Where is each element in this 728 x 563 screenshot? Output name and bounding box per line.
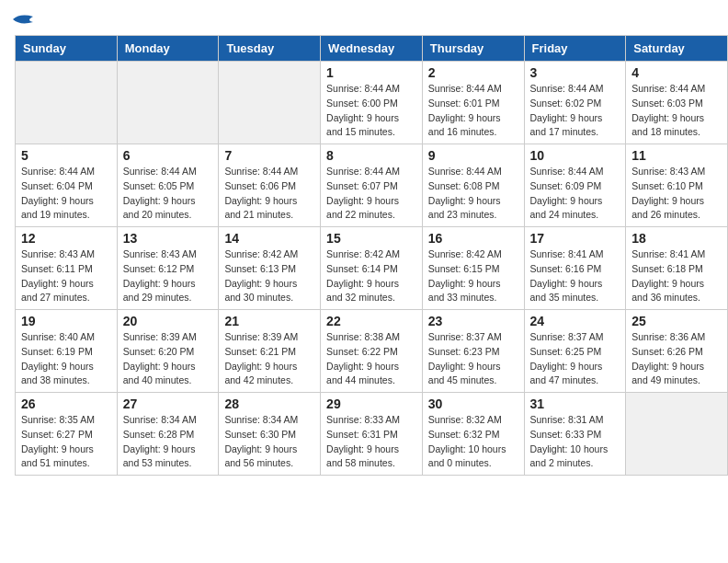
day-info: Sunrise: 8:44 AM Sunset: 6:05 PM Dayligh… [123, 165, 213, 223]
weekday-header-monday: Monday [117, 36, 219, 62]
calendar-row: 12Sunrise: 8:43 AM Sunset: 6:11 PM Dayli… [16, 227, 728, 310]
day-number: 9 [428, 148, 518, 163]
day-info: Sunrise: 8:44 AM Sunset: 6:04 PM Dayligh… [21, 165, 111, 223]
day-info: Sunrise: 8:43 AM Sunset: 6:10 PM Dayligh… [631, 165, 722, 223]
calendar-cell: 9Sunrise: 8:44 AM Sunset: 6:08 PM Daylig… [422, 144, 524, 227]
weekday-header-wednesday: Wednesday [321, 36, 423, 62]
calendar-cell: 1Sunrise: 8:44 AM Sunset: 6:00 PM Daylig… [321, 62, 423, 144]
day-info: Sunrise: 8:34 AM Sunset: 6:30 PM Dayligh… [224, 413, 314, 471]
calendar-cell: 31Sunrise: 8:31 AM Sunset: 6:33 PM Dayli… [524, 393, 626, 476]
calendar-cell: 3Sunrise: 8:44 AM Sunset: 6:02 PM Daylig… [524, 62, 626, 144]
day-info: Sunrise: 8:35 AM Sunset: 6:27 PM Dayligh… [21, 413, 111, 471]
day-info: Sunrise: 8:43 AM Sunset: 6:11 PM Dayligh… [21, 247, 111, 305]
calendar-cell [117, 62, 219, 144]
day-number: 29 [326, 396, 416, 411]
day-info: Sunrise: 8:40 AM Sunset: 6:19 PM Dayligh… [21, 330, 111, 388]
calendar-cell: 30Sunrise: 8:32 AM Sunset: 6:32 PM Dayli… [422, 393, 524, 476]
calendar-cell: 6Sunrise: 8:44 AM Sunset: 6:05 PM Daylig… [117, 144, 219, 227]
calendar-cell: 7Sunrise: 8:44 AM Sunset: 6:06 PM Daylig… [219, 144, 321, 227]
weekday-header-friday: Friday [524, 36, 626, 62]
day-number: 5 [21, 148, 111, 163]
day-info: Sunrise: 8:42 AM Sunset: 6:15 PM Dayligh… [428, 247, 518, 305]
calendar-cell: 14Sunrise: 8:42 AM Sunset: 6:13 PM Dayli… [219, 227, 321, 310]
day-number: 19 [21, 314, 111, 328]
day-number: 17 [530, 231, 620, 246]
calendar-cell: 20Sunrise: 8:39 AM Sunset: 6:20 PM Dayli… [117, 310, 219, 393]
day-info: Sunrise: 8:44 AM Sunset: 6:01 PM Dayligh… [428, 82, 518, 140]
calendar-cell: 26Sunrise: 8:35 AM Sunset: 6:27 PM Dayli… [16, 393, 118, 476]
calendar-row: 1Sunrise: 8:44 AM Sunset: 6:00 PM Daylig… [16, 62, 728, 144]
day-info: Sunrise: 8:44 AM Sunset: 6:02 PM Dayligh… [530, 82, 620, 140]
day-number: 7 [224, 148, 314, 163]
calendar-cell: 23Sunrise: 8:37 AM Sunset: 6:23 PM Dayli… [422, 310, 524, 393]
day-number: 25 [631, 314, 722, 328]
day-number: 10 [530, 148, 620, 163]
calendar-cell: 19Sunrise: 8:40 AM Sunset: 6:19 PM Dayli… [16, 310, 118, 393]
calendar-cell: 24Sunrise: 8:37 AM Sunset: 6:25 PM Dayli… [524, 310, 626, 393]
calendar-cell: 11Sunrise: 8:43 AM Sunset: 6:10 PM Dayli… [626, 144, 728, 227]
day-number: 8 [326, 148, 416, 163]
calendar-cell: 27Sunrise: 8:34 AM Sunset: 6:28 PM Dayli… [117, 393, 219, 476]
day-info: Sunrise: 8:31 AM Sunset: 6:33 PM Dayligh… [530, 413, 620, 471]
weekday-header-thursday: Thursday [422, 36, 524, 62]
calendar-cell: 17Sunrise: 8:41 AM Sunset: 6:16 PM Dayli… [524, 227, 626, 310]
calendar-cell [16, 62, 118, 144]
day-number: 31 [530, 396, 620, 411]
day-number: 16 [428, 231, 518, 246]
day-number: 11 [631, 148, 722, 163]
calendar-row: 5Sunrise: 8:44 AM Sunset: 6:04 PM Daylig… [16, 144, 728, 227]
day-number: 4 [631, 65, 722, 80]
day-info: Sunrise: 8:36 AM Sunset: 6:26 PM Dayligh… [631, 330, 722, 388]
day-info: Sunrise: 8:44 AM Sunset: 6:06 PM Dayligh… [224, 165, 314, 223]
day-number: 28 [224, 396, 314, 411]
day-info: Sunrise: 8:37 AM Sunset: 6:25 PM Dayligh… [530, 330, 620, 388]
day-number: 24 [530, 314, 620, 328]
day-info: Sunrise: 8:44 AM Sunset: 6:08 PM Dayligh… [428, 165, 518, 223]
calendar-cell: 25Sunrise: 8:36 AM Sunset: 6:26 PM Dayli… [626, 310, 728, 393]
calendar-cell: 5Sunrise: 8:44 AM Sunset: 6:04 PM Daylig… [16, 144, 118, 227]
day-number: 30 [428, 396, 518, 411]
day-info: Sunrise: 8:34 AM Sunset: 6:28 PM Dayligh… [123, 413, 213, 471]
day-info: Sunrise: 8:37 AM Sunset: 6:23 PM Dayligh… [428, 330, 518, 388]
day-number: 21 [224, 314, 314, 328]
day-number: 12 [21, 231, 111, 246]
day-number: 27 [123, 396, 213, 411]
calendar-cell: 8Sunrise: 8:44 AM Sunset: 6:07 PM Daylig… [321, 144, 423, 227]
day-number: 14 [224, 231, 314, 246]
calendar-cell: 21Sunrise: 8:39 AM Sunset: 6:21 PM Dayli… [219, 310, 321, 393]
calendar-cell: 10Sunrise: 8:44 AM Sunset: 6:09 PM Dayli… [524, 144, 626, 227]
calendar-cell: 22Sunrise: 8:38 AM Sunset: 6:22 PM Dayli… [321, 310, 423, 393]
calendar-cell: 2Sunrise: 8:44 AM Sunset: 6:01 PM Daylig… [422, 62, 524, 144]
day-info: Sunrise: 8:43 AM Sunset: 6:12 PM Dayligh… [123, 247, 213, 305]
day-info: Sunrise: 8:39 AM Sunset: 6:21 PM Dayligh… [224, 330, 314, 388]
day-info: Sunrise: 8:44 AM Sunset: 6:00 PM Dayligh… [326, 82, 416, 140]
day-number: 13 [123, 231, 213, 246]
calendar-cell: 15Sunrise: 8:42 AM Sunset: 6:14 PM Dayli… [321, 227, 423, 310]
day-info: Sunrise: 8:42 AM Sunset: 6:13 PM Dayligh… [224, 247, 314, 305]
day-info: Sunrise: 8:39 AM Sunset: 6:20 PM Dayligh… [123, 330, 213, 388]
calendar-cell: 29Sunrise: 8:33 AM Sunset: 6:31 PM Dayli… [321, 393, 423, 476]
day-number: 20 [123, 314, 213, 328]
logo [11, 9, 33, 29]
day-info: Sunrise: 8:44 AM Sunset: 6:07 PM Dayligh… [326, 165, 416, 223]
calendar-row: 19Sunrise: 8:40 AM Sunset: 6:19 PM Dayli… [16, 310, 728, 393]
day-info: Sunrise: 8:33 AM Sunset: 6:31 PM Dayligh… [326, 413, 416, 471]
calendar-cell: 16Sunrise: 8:42 AM Sunset: 6:15 PM Dayli… [422, 227, 524, 310]
day-info: Sunrise: 8:32 AM Sunset: 6:32 PM Dayligh… [428, 413, 518, 471]
calendar-cell: 12Sunrise: 8:43 AM Sunset: 6:11 PM Dayli… [16, 227, 118, 310]
calendar-cell: 4Sunrise: 8:44 AM Sunset: 6:03 PM Daylig… [626, 62, 728, 144]
day-number: 18 [631, 231, 722, 246]
calendar-cell [219, 62, 321, 144]
calendar-cell [626, 393, 728, 476]
day-number: 22 [326, 314, 416, 328]
day-number: 2 [428, 65, 518, 80]
weekday-header-saturday: Saturday [626, 36, 728, 62]
day-number: 26 [21, 396, 111, 411]
day-number: 3 [530, 65, 620, 80]
day-info: Sunrise: 8:42 AM Sunset: 6:14 PM Dayligh… [326, 247, 416, 305]
day-number: 15 [326, 231, 416, 246]
weekday-header-sunday: Sunday [16, 36, 118, 62]
day-info: Sunrise: 8:41 AM Sunset: 6:18 PM Dayligh… [631, 247, 722, 305]
day-info: Sunrise: 8:44 AM Sunset: 6:03 PM Dayligh… [631, 82, 722, 140]
day-info: Sunrise: 8:38 AM Sunset: 6:22 PM Dayligh… [326, 330, 416, 388]
